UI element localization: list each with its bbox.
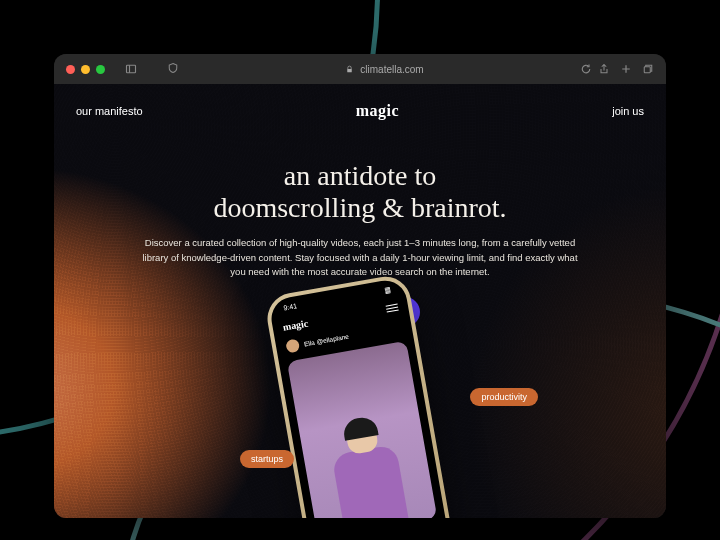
svg-rect-2 [348, 68, 353, 71]
share-icon[interactable] [598, 63, 610, 75]
app-logo: magic [282, 318, 309, 333]
refresh-icon[interactable] [580, 63, 592, 75]
svg-rect-0 [127, 65, 136, 73]
browser-chrome: climatella.com [54, 54, 666, 84]
subheadline: Discover a curated collection of high-qu… [140, 236, 580, 279]
video-thumbnail [287, 341, 437, 518]
sidebar-icon[interactable] [125, 63, 137, 75]
new-tab-icon[interactable] [620, 63, 632, 75]
maximize-window-icon[interactable] [96, 65, 105, 74]
tag-startups[interactable]: startups [240, 450, 294, 468]
lock-icon [345, 65, 354, 74]
shield-icon[interactable] [167, 62, 179, 74]
close-window-icon[interactable] [66, 65, 75, 74]
avatar [285, 338, 300, 353]
headline: an antidote to doomscrolling & brainrot. [104, 160, 616, 224]
site-logo[interactable]: magic [356, 102, 399, 120]
address-bar[interactable]: climatella.com [205, 64, 564, 75]
site-nav: our manifesto magic join us [54, 102, 666, 120]
browser-window: climatella.com our manifesto magic join … [54, 54, 666, 518]
minimize-window-icon[interactable] [81, 65, 90, 74]
url-host: climatella.com [360, 64, 423, 75]
join-us-link[interactable]: join us [612, 105, 644, 117]
traffic-lights[interactable] [66, 65, 105, 74]
svg-rect-5 [644, 67, 650, 73]
tag-productivity[interactable]: productivity [470, 388, 538, 406]
menu-icon[interactable] [386, 304, 399, 313]
tabs-icon[interactable] [642, 63, 654, 75]
page-content: our manifesto magic join us an antidote … [54, 84, 666, 518]
battery-icon: ䷀ [384, 285, 391, 294]
manifesto-link[interactable]: our manifesto [76, 105, 143, 117]
